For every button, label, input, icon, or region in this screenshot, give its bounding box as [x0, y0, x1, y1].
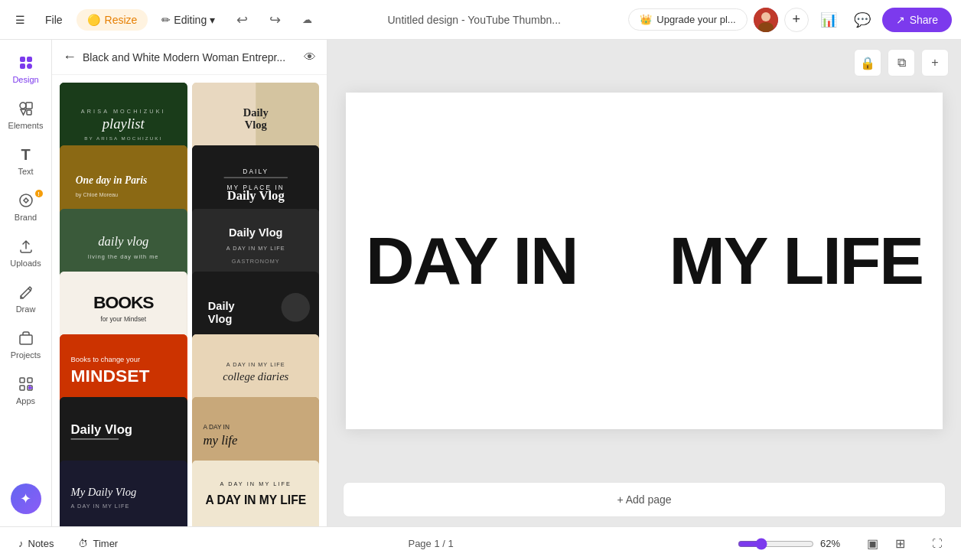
svg-rect-5: [20, 63, 25, 69]
sidebar-item-uploads[interactable]: Uploads: [2, 230, 50, 275]
lock-button[interactable]: 🔒: [854, 49, 881, 77]
canvas-wrapper: DAY IN MY LIFE: [327, 40, 961, 482]
sidebar-item-projects[interactable]: Projects: [2, 321, 50, 367]
fullscreen-button[interactable]: ⛶: [924, 533, 949, 555]
add-element-button[interactable]: +: [921, 49, 949, 77]
list-item[interactable]: A DAY IN MY LIFE college diaries: [192, 334, 320, 406]
analytics-button[interactable]: 📊: [815, 6, 842, 34]
svg-text:MINDSET: MINDSET: [71, 366, 150, 386]
list-item[interactable]: A DAY IN my life: [192, 397, 320, 469]
svg-point-6: [27, 63, 32, 69]
edit-icon: ✏: [161, 14, 171, 26]
list-item[interactable]: Daily Vlog: [60, 397, 187, 469]
canvas[interactable]: DAY IN MY LIFE: [346, 93, 943, 429]
copy-button[interactable]: ⧉: [888, 49, 915, 77]
svg-text:living the day with me: living the day with me: [88, 252, 158, 259]
multi-page-view-button[interactable]: ⊞: [888, 533, 912, 555]
share-label: Share: [910, 14, 938, 26]
magic-button[interactable]: ✦: [11, 483, 41, 514]
projects-icon: [17, 329, 35, 347]
resize-button[interactable]: 🟡 Resize: [77, 9, 148, 31]
svg-text:A DAY IN MY LIFE: A DAY IN MY LIFE: [226, 245, 285, 252]
timer-button[interactable]: ⏱ Timer: [72, 535, 124, 552]
list-item[interactable]: ARISA MOCHIZUKI playlist BY ARISA MOCHIZ…: [60, 83, 187, 155]
svg-rect-10: [27, 110, 31, 115]
file-menu-button[interactable]: File: [37, 9, 70, 31]
timer-label: Timer: [93, 538, 118, 549]
magic-icon: ✦: [20, 490, 31, 507]
panel-header: ← Black and White Modern Woman Entrepr..…: [52, 40, 327, 75]
svg-point-17: [28, 386, 31, 389]
elements-icon: [17, 99, 35, 118]
list-item[interactable]: BOOKS for your Mindset: [60, 272, 187, 343]
list-item[interactable]: Daily Vlog: [192, 83, 320, 155]
list-item[interactable]: One day in Paris by Chloé Moreau: [60, 145, 187, 217]
list-item[interactable]: DAILY MY PLACE IN Daily Vlog: [192, 145, 320, 217]
svg-rect-34: [223, 177, 287, 178]
sidebar-elements-label: Elements: [8, 121, 44, 130]
list-item[interactable]: A DAY IN MY LIFE A DAY IN MY LIFE: [192, 461, 320, 526]
sidebar: Design Elements T Text ! Brand Uploads: [0, 40, 52, 526]
app-header: ☰ File 🟡 Resize ✏ Editing ▾ ↩ ↪ ☁ Untitl…: [0, 0, 961, 40]
canvas-area: 🔒 ⧉ + DAY IN MY LIFE + Add page: [327, 40, 961, 526]
draw-icon: [17, 283, 35, 301]
add-account-button[interactable]: +: [784, 8, 809, 32]
page-indicator: Page 1 / 1: [136, 538, 725, 549]
canvas-text-line1: DAY IN: [366, 222, 578, 300]
svg-rect-13: [20, 378, 24, 383]
crown-icon: 👑: [640, 14, 652, 25]
list-item[interactable]: Books to change your MINDSET: [60, 334, 187, 406]
sidebar-item-draw[interactable]: Draw: [2, 275, 50, 321]
svg-rect-15: [20, 386, 24, 390]
svg-point-11: [20, 194, 32, 207]
svg-text:playlist: playlist: [101, 116, 145, 132]
brand-icon: [17, 191, 35, 210]
list-item[interactable]: My Daily Vlog A DAY IN MY LIFE: [60, 461, 187, 526]
sidebar-item-elements[interactable]: Elements: [2, 92, 50, 138]
list-item[interactable]: Daily Vlog A DAY IN MY LIFE GASTRONOMY: [192, 209, 320, 281]
sidebar-item-apps[interactable]: Apps: [2, 367, 50, 413]
share-button[interactable]: ↗ Share: [882, 8, 952, 32]
resize-label: Resize: [105, 14, 138, 26]
add-page-button[interactable]: + Add page: [343, 482, 946, 517]
back-button[interactable]: ←: [63, 49, 77, 65]
template-grid: ARISA MOCHIZUKI playlist BY ARISA MOCHIZ…: [52, 75, 327, 526]
uploads-icon: [17, 237, 35, 256]
upgrade-button[interactable]: 👑 Upgrade your pl...: [628, 8, 747, 31]
redo-button[interactable]: ↪: [262, 7, 288, 33]
editing-button[interactable]: ✏ Editing ▾: [154, 9, 223, 31]
zoom-slider[interactable]: [738, 538, 814, 550]
hide-panel-button[interactable]: 👁: [304, 50, 316, 64]
notes-button[interactable]: ♪ Notes: [12, 535, 60, 552]
single-page-view-button[interactable]: ▣: [860, 533, 884, 555]
sidebar-item-design[interactable]: Design: [2, 46, 50, 92]
notes-icon: ♪: [18, 538, 24, 549]
svg-rect-8: [26, 103, 32, 109]
svg-text:Daily: Daily: [243, 106, 269, 119]
cloud-save-button[interactable]: ☁: [295, 9, 320, 30]
svg-text:college diaries: college diaries: [223, 370, 288, 383]
list-item[interactable]: daily vlog living the day with me: [60, 209, 187, 281]
svg-rect-14: [28, 378, 32, 383]
main-content: Design Elements T Text ! Brand Uploads: [0, 40, 961, 526]
document-title: Untitled design - YouTube Thumbn...: [326, 14, 622, 26]
svg-text:Daily Vlog: Daily Vlog: [229, 226, 282, 239]
list-item[interactable]: Daily Vlog: [192, 272, 320, 343]
apps-icon: [17, 375, 35, 393]
sidebar-item-brand[interactable]: ! Brand: [2, 184, 50, 230]
comment-button[interactable]: 💬: [849, 6, 876, 34]
svg-text:BY ARISA MOCHIZUKI: BY ARISA MOCHIZUKI: [84, 135, 162, 141]
svg-text:Daily Vlog: Daily Vlog: [71, 422, 132, 437]
avatar[interactable]: [754, 8, 778, 32]
menu-button[interactable]: ☰: [9, 9, 31, 31]
sidebar-item-text[interactable]: T Text: [2, 138, 50, 184]
panel-title: Black and White Modern Woman Entrepr...: [83, 51, 298, 63]
svg-text:daily vlog: daily vlog: [98, 233, 148, 248]
svg-rect-31: [192, 145, 320, 217]
sidebar-text-label: Text: [18, 167, 33, 176]
svg-text:My Daily Vlog: My Daily Vlog: [70, 485, 137, 497]
view-buttons: ▣ ⊞: [860, 533, 912, 555]
undo-button[interactable]: ↩: [229, 7, 256, 33]
svg-rect-3: [20, 57, 25, 62]
svg-text:A DAY IN MY LIFE: A DAY IN MY LIFE: [71, 503, 130, 510]
